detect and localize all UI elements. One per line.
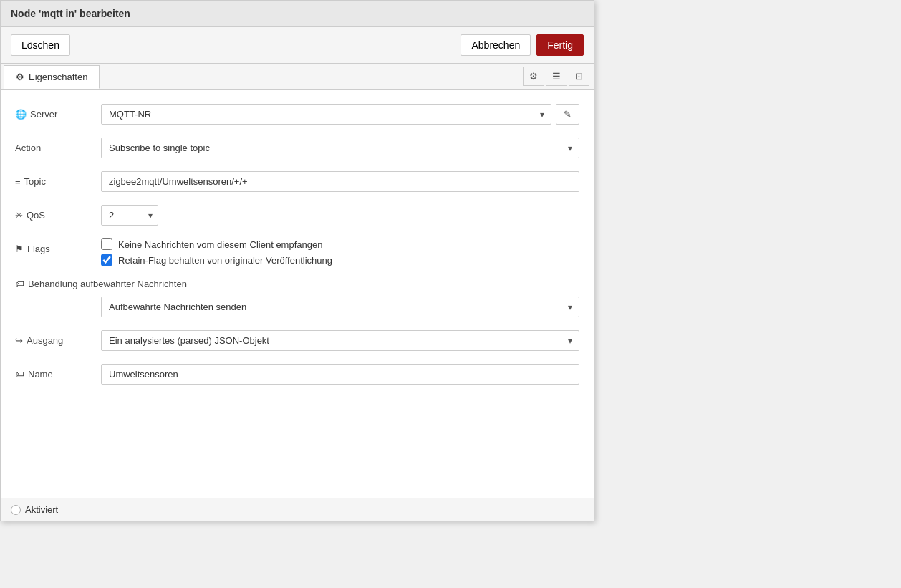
- tab-properties-label: Eigenschaften: [29, 72, 87, 82]
- retained-section-row: 🏷 Behandlung aufbewahrter Nachrichten Au…: [15, 279, 579, 317]
- qos-control: 0 1 2: [101, 205, 579, 226]
- topic-input[interactable]: [101, 171, 579, 192]
- server-select[interactable]: MQTT-NR: [101, 104, 551, 125]
- action-label: Action: [15, 138, 101, 153]
- toolbar: Löschen Abbrechen Fertig: [1, 27, 594, 64]
- flag2-checkbox[interactable]: [101, 254, 112, 266]
- cancel-button[interactable]: Abbrechen: [461, 34, 531, 56]
- flag2-label: Retain-Flag behalten von originaler Verö…: [118, 255, 332, 266]
- tab-properties[interactable]: ⚙ Eigenschaften: [4, 65, 100, 89]
- done-button[interactable]: Fertig: [536, 34, 584, 56]
- flags-label: ⚑ Flags: [15, 238, 101, 254]
- flag2-row: Retain-Flag behalten von originaler Verö…: [101, 254, 579, 266]
- flag-icon: ⚑: [15, 244, 24, 254]
- tab-icon-group: ⚙ ☰ ⊡: [523, 67, 594, 86]
- flag1-label: Keine Nachrichten vom diesem Client empf…: [118, 239, 322, 250]
- output-icon: ↪: [15, 335, 23, 346]
- output-select[interactable]: Ein analysiertes (parsed) JSON-Objekt: [101, 330, 579, 351]
- qos-icon: ✳: [15, 210, 23, 221]
- output-row: ↪ Ausgang Ein analysiertes (parsed) JSON…: [15, 330, 579, 351]
- topic-row: ≡ Topic: [15, 171, 579, 192]
- name-label: 🏷 Name: [15, 364, 101, 380]
- retained-select[interactable]: Aufbewahrte Nachrichten senden: [101, 297, 579, 317]
- tab-icon-gear[interactable]: ⚙: [523, 67, 544, 86]
- server-label: 🌐 Server: [15, 104, 101, 120]
- qos-select-wrapper: 0 1 2: [101, 205, 158, 226]
- action-select-wrapper: Subscribe to single topic: [101, 138, 579, 158]
- toolbar-right: Abbrechen Fertig: [461, 34, 584, 56]
- form-area: 🌐 Server MQTT-NR ✎ Action Subscribe to s…: [1, 90, 594, 412]
- name-row: 🏷 Name: [15, 364, 579, 385]
- qos-label: ✳ QoS: [15, 205, 101, 221]
- empty-area: [1, 412, 594, 498]
- retained-select-wrapper: Aufbewahrte Nachrichten senden: [101, 297, 579, 317]
- tab-icon-doc[interactable]: ☰: [546, 67, 567, 86]
- qos-row: ✳ QoS 0 1 2: [15, 205, 579, 226]
- name-control: [101, 364, 579, 385]
- tabs-bar: ⚙ Eigenschaften ⚙ ☰ ⊡: [1, 64, 594, 90]
- output-select-wrapper: Ein analysiertes (parsed) JSON-Objekt: [101, 330, 579, 351]
- action-row: Action Subscribe to single topic: [15, 138, 579, 158]
- flag1-row: Keine Nachrichten vom diesem Client empf…: [101, 238, 579, 250]
- activate-row: Aktiviert: [11, 504, 58, 515]
- bottom-bar: Aktiviert: [1, 498, 594, 521]
- list-icon: ≡: [15, 176, 21, 187]
- server-control: MQTT-NR ✎: [101, 104, 579, 125]
- delete-button[interactable]: Löschen: [11, 34, 70, 56]
- topic-control: [101, 171, 579, 192]
- activate-checkbox[interactable]: [11, 505, 21, 515]
- action-select[interactable]: Subscribe to single topic: [101, 138, 579, 158]
- title-bar: Node 'mqtt in' bearbeiten: [1, 1, 594, 27]
- retained-select-wrapper-outer: Aufbewahrte Nachrichten senden: [15, 297, 579, 317]
- toolbar-left: Löschen: [11, 34, 70, 56]
- window-title: Node 'mqtt in' bearbeiten: [11, 8, 130, 19]
- server-select-wrapper: MQTT-NR: [101, 104, 551, 125]
- activate-label: Aktiviert: [25, 504, 58, 515]
- retained-section-label: 🏷 Behandlung aufbewahrter Nachrichten: [15, 279, 187, 289]
- flag1-checkbox[interactable]: [101, 238, 112, 250]
- globe-icon: 🌐: [15, 109, 26, 120]
- flags-control: Keine Nachrichten vom diesem Client empf…: [101, 238, 579, 266]
- flags-row: ⚑ Flags Keine Nachrichten vom diesem Cli…: [15, 238, 579, 266]
- qos-select[interactable]: 0 1 2: [101, 205, 158, 226]
- server-row: 🌐 Server MQTT-NR ✎: [15, 104, 579, 125]
- gear-icon: ⚙: [16, 72, 24, 82]
- server-edit-button[interactable]: ✎: [556, 104, 579, 125]
- tab-icon-grid[interactable]: ⊡: [569, 67, 589, 86]
- tag-icon-retained: 🏷: [15, 279, 24, 289]
- output-label: ↪ Ausgang: [15, 330, 101, 346]
- topic-label: ≡ Topic: [15, 171, 101, 187]
- name-input[interactable]: [101, 364, 579, 385]
- tag-icon-name: 🏷: [15, 369, 24, 380]
